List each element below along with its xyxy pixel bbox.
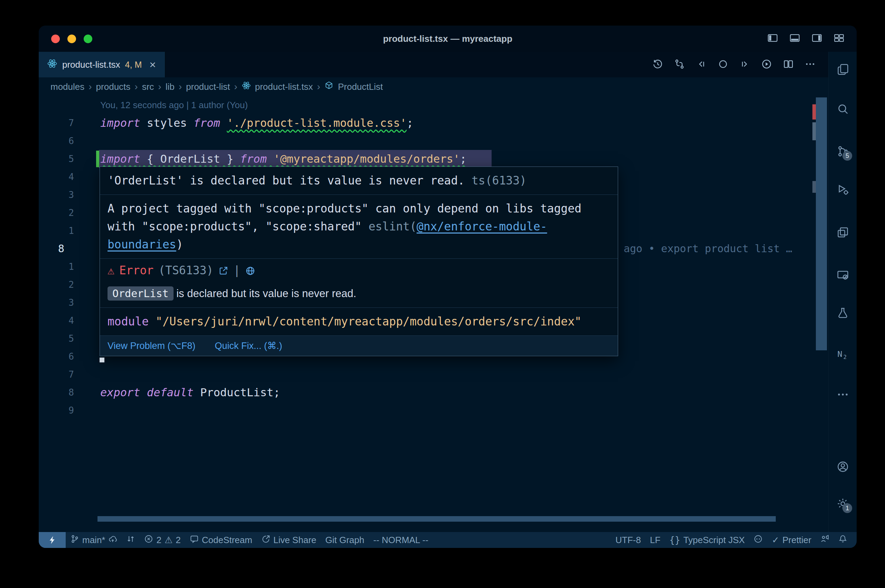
- line-number[interactable]: 6: [39, 348, 80, 366]
- vertical-scrollbar[interactable]: [816, 98, 827, 350]
- editor-actions: [652, 52, 828, 77]
- step-forward-icon[interactable]: [739, 58, 751, 71]
- breadcrumb-item[interactable]: src: [142, 81, 154, 92]
- line-number[interactable]: 4: [39, 312, 80, 330]
- chevron-right-icon: ›: [234, 81, 237, 92]
- line-number[interactable]: 7: [39, 114, 80, 132]
- identifier: ProductList;: [200, 386, 280, 399]
- nx-console-icon[interactable]: N2: [836, 348, 849, 361]
- code-editor[interactable]: 7 6 5 4 3 2 1 8 1 2 3 4 5 6 7 8 9: [39, 96, 828, 532]
- live-share-status[interactable]: Live Share: [257, 532, 321, 548]
- notifications-status[interactable]: [834, 532, 852, 548]
- step-back-icon[interactable]: [696, 58, 707, 71]
- line-number[interactable]: 7: [39, 366, 80, 384]
- line-number[interactable]: 5: [39, 150, 80, 168]
- tab-bar: product-list.tsx 4, M ×: [39, 52, 828, 77]
- horizontal-scrollbar[interactable]: [98, 516, 776, 522]
- copy-pages-icon[interactable]: [836, 63, 849, 76]
- account-icon[interactable]: [836, 460, 849, 473]
- run-gear-icon[interactable]: [836, 183, 849, 196]
- tab-product-list[interactable]: product-list.tsx 4, M ×: [39, 52, 165, 77]
- history-icon[interactable]: [652, 58, 663, 71]
- search-icon[interactable]: [836, 103, 849, 116]
- line-number[interactable]: 1: [39, 258, 80, 276]
- git-compare-icon[interactable]: [674, 58, 685, 71]
- line-number[interactable]: 1: [39, 222, 80, 240]
- line-number[interactable]: 2: [39, 276, 80, 294]
- breadcrumb-item[interactable]: modules: [51, 81, 84, 92]
- line-number[interactable]: 5: [39, 330, 80, 348]
- minimize-window-button[interactable]: [68, 34, 76, 43]
- open-external-icon[interactable]: [218, 266, 228, 276]
- hover-resize-grip[interactable]: [99, 358, 104, 362]
- sync-arrows-icon: [126, 534, 135, 546]
- layout-panel-icon[interactable]: [789, 32, 801, 45]
- layout-grid-icon[interactable]: [833, 32, 845, 45]
- breadcrumb-symbol[interactable]: ProductList: [338, 81, 383, 92]
- traffic-lights: [51, 34, 92, 43]
- vim-mode-indicator[interactable]: -- NORMAL --: [369, 532, 433, 548]
- comment-bubble-icon: [190, 534, 199, 546]
- line-number[interactable]: 2: [39, 204, 80, 222]
- split-editor-icon[interactable]: [783, 58, 794, 71]
- git-graph-status[interactable]: Git Graph: [321, 532, 369, 548]
- view-problem-link[interactable]: View Problem (⌥F8): [108, 340, 195, 352]
- layout-sidebar-right-icon[interactable]: [811, 32, 823, 45]
- current-line-number[interactable]: 8: [39, 240, 80, 258]
- copilot-status[interactable]: [749, 532, 767, 548]
- divider: |: [233, 264, 240, 278]
- line-number[interactable]: 3: [39, 294, 80, 312]
- module-keyword: module: [108, 315, 149, 328]
- source-control-icon[interactable]: 5: [836, 145, 849, 158]
- language-mode-status[interactable]: {}TypeScript JSX: [665, 532, 749, 548]
- inline-blame: ago • export product list …: [624, 240, 792, 258]
- eol-status[interactable]: LF: [645, 532, 665, 548]
- record-icon[interactable]: [717, 58, 729, 71]
- copilot-icon: [754, 534, 763, 546]
- settings-gear-icon[interactable]: 1: [836, 497, 849, 510]
- compare-status[interactable]: [122, 532, 140, 548]
- close-window-button[interactable]: [51, 34, 60, 43]
- code-line[interactable]: import styles from './product-list.modul…: [100, 114, 413, 132]
- feedback-status[interactable]: [816, 532, 834, 548]
- symbol-cube-icon: [324, 81, 334, 93]
- breadcrumb-item[interactable]: product-list: [186, 81, 230, 92]
- globe-icon[interactable]: [245, 266, 255, 276]
- more-views-icon[interactable]: [836, 388, 849, 401]
- problems-status[interactable]: 2 ⚠ 2: [140, 532, 185, 548]
- more-actions-icon[interactable]: [804, 58, 816, 71]
- code-line[interactable]: export default ProductList;: [100, 384, 280, 402]
- chevron-right-icon: ›: [134, 81, 138, 92]
- line-number[interactable]: 9: [39, 402, 80, 419]
- code-line-selected[interactable]: import { OrderList } from '@myreactapp/m…: [100, 150, 467, 168]
- encoding-status[interactable]: UTF-8: [611, 532, 645, 548]
- codestream-status[interactable]: CodeStream: [185, 532, 257, 548]
- breadcrumb-file[interactable]: product-list.tsx: [255, 81, 313, 92]
- blame-annotation[interactable]: You, 12 seconds ago | 1 author (You): [100, 96, 248, 114]
- quick-fix-link[interactable]: Quick Fix... (⌘.): [215, 340, 282, 352]
- breadcrumb: modules › products › src › lib › product…: [39, 77, 828, 96]
- keyword: import: [100, 152, 140, 165]
- warning-triangle-icon: ⚠: [108, 264, 114, 278]
- tab-close-icon[interactable]: ×: [149, 59, 156, 70]
- line-number[interactable]: 6: [39, 132, 80, 150]
- branch-status[interactable]: main*: [66, 532, 122, 548]
- breadcrumb-item[interactable]: products: [96, 81, 131, 92]
- identifier: styles: [140, 116, 194, 129]
- layout-sidebar-left-icon[interactable]: [767, 32, 778, 45]
- remote-indicator[interactable]: [39, 532, 66, 548]
- prettier-status[interactable]: ✓Prettier: [767, 532, 816, 548]
- zoom-window-button[interactable]: [84, 34, 92, 43]
- line-number[interactable]: 8: [39, 384, 80, 402]
- run-icon[interactable]: [761, 58, 772, 71]
- line-number[interactable]: 3: [39, 186, 80, 204]
- share-icon: [261, 534, 270, 546]
- windows-restore-icon[interactable]: [836, 226, 849, 239]
- settings-badge: 1: [843, 503, 852, 513]
- breadcrumb-item[interactable]: lib: [165, 81, 174, 92]
- titlebar: product-list.tsx — myreactapp: [39, 26, 856, 52]
- remote-screen-icon[interactable]: [836, 269, 849, 282]
- chevron-right-icon: ›: [158, 81, 161, 92]
- beaker-icon[interactable]: [836, 306, 849, 320]
- line-number[interactable]: 4: [39, 168, 80, 186]
